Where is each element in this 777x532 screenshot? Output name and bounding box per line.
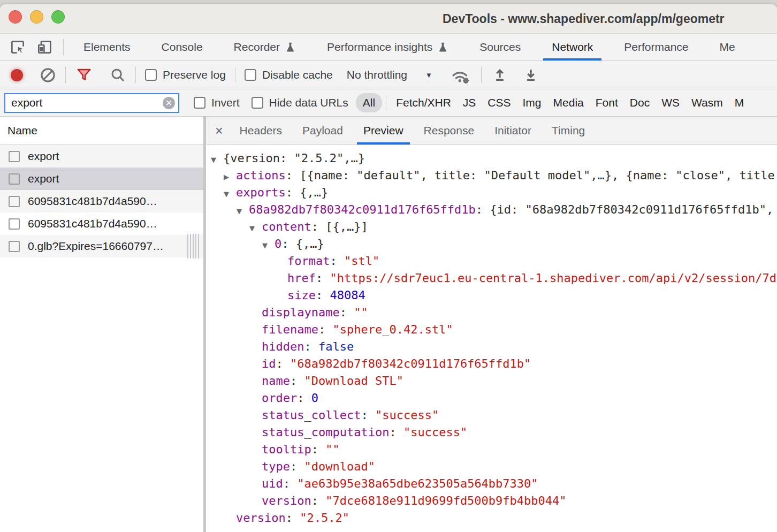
- indent-spacer: [275, 254, 287, 270]
- collapse-icon[interactable]: ▼: [211, 151, 223, 167]
- request-checkbox[interactable]: [9, 151, 20, 162]
- expand-icon[interactable]: ▶: [224, 169, 236, 184]
- clear-icon: [40, 67, 56, 83]
- request-checkbox[interactable]: [9, 196, 20, 207]
- invert-toggle[interactable]: Invert: [194, 96, 240, 109]
- json-row[interactable]: ▼68a982db7f80342c0911d176f65ffd1b: {id: …: [206, 201, 777, 218]
- indent-spacer: [249, 460, 262, 475]
- json-row: order: 0: [206, 390, 777, 407]
- request-checkbox[interactable]: [9, 173, 20, 185]
- json-row: version: "2.5.2": [206, 510, 777, 527]
- tab-sources[interactable]: Sources: [464, 34, 536, 60]
- experiment-flask-icon: [285, 42, 296, 53]
- detail-tab-payload[interactable]: Payload: [292, 117, 353, 145]
- resource-type-label: Media: [553, 96, 584, 109]
- clear-network-log-button[interactable]: [39, 65, 56, 85]
- json-row: tooltip: "": [206, 441, 777, 458]
- resource-type-label: Wasm: [691, 96, 723, 109]
- filter-type-media[interactable]: Media: [547, 93, 590, 112]
- filter-type-js[interactable]: JS: [457, 93, 482, 112]
- collapse-icon[interactable]: ▼: [237, 203, 249, 218]
- tab-network[interactable]: Network: [536, 34, 608, 60]
- tab-me[interactable]: Me: [704, 34, 751, 60]
- json-row: name: "Download STL": [206, 373, 777, 390]
- request-checkbox[interactable]: [9, 218, 20, 230]
- collapse-icon[interactable]: ▼: [249, 220, 262, 235]
- json-str: "": [354, 306, 368, 319]
- json-key: 0: [275, 237, 281, 250]
- close-detail-button[interactable]: ×: [215, 117, 223, 145]
- json-row: size: 48084: [206, 287, 777, 304]
- filter-button[interactable]: [75, 65, 93, 85]
- tab-performance[interactable]: Performance: [608, 34, 704, 60]
- detail-tab-initiator[interactable]: Initiator: [484, 117, 542, 145]
- detail-tab-response[interactable]: Response: [414, 117, 485, 145]
- request-row-0-glb-expires-16660797[interactable]: 0.glb?Expires=16660797…: [0, 235, 203, 257]
- inspect-element-button[interactable]: [6, 37, 29, 57]
- json-plain: :: [316, 288, 330, 302]
- search-button[interactable]: [109, 65, 126, 85]
- disable-cache-toggle[interactable]: Disable cache: [245, 69, 333, 81]
- preserve-log-checkbox[interactable]: [145, 69, 157, 81]
- request-row-6095831c481b7d4a590[interactable]: 6095831c481b7d4a590…: [0, 190, 203, 212]
- tab-recorder[interactable]: Recorder: [218, 34, 311, 60]
- export-har-button[interactable]: [522, 65, 540, 85]
- filter-type-doc[interactable]: Doc: [624, 93, 656, 112]
- zoom-window-button[interactable]: [51, 10, 65, 24]
- close-window-button[interactable]: [9, 10, 22, 24]
- invert-checkbox[interactable]: [194, 97, 205, 109]
- json-str: "": [325, 443, 340, 456]
- json-plain: :: [340, 306, 354, 319]
- collapse-icon[interactable]: ▼: [262, 237, 275, 253]
- tab-elements[interactable]: Elements: [68, 34, 146, 60]
- json-plain: : {,…}: [286, 186, 328, 199]
- request-row-6095831c481b7d4a590[interactable]: 6095831c481b7d4a590…: [0, 212, 203, 235]
- filter-type-m[interactable]: M: [729, 93, 750, 112]
- detail-tab-timing[interactable]: Timing: [542, 117, 595, 145]
- filter-type-fetch-xhr[interactable]: Fetch/XHR: [390, 93, 457, 112]
- request-checkbox[interactable]: [9, 241, 20, 252]
- filter-type-img[interactable]: Img: [517, 93, 547, 112]
- clear-filter-icon[interactable]: ✕: [163, 97, 175, 109]
- json-row[interactable]: ▶actions: [{name: "default", title: "Def…: [206, 167, 777, 184]
- import-har-button[interactable]: [491, 65, 509, 85]
- json-row[interactable]: ▼content: [{,…}]: [206, 218, 777, 235]
- indent-spacer: [249, 443, 262, 458]
- preview-tree: ▼{version: "2.5.2",…}▶actions: [{name: "…: [206, 145, 777, 532]
- json-str: "https://sdr7euc1.eu-central-1.shapedive…: [330, 271, 776, 285]
- json-plain: :: [283, 477, 298, 490]
- collapse-icon[interactable]: ▼: [224, 186, 236, 201]
- network-conditions-button[interactable]: [448, 65, 472, 85]
- name-column-header[interactable]: Name: [0, 117, 203, 145]
- request-row-export[interactable]: export: [0, 145, 203, 168]
- detail-tab-headers[interactable]: Headers: [230, 117, 292, 145]
- filter-type-css[interactable]: CSS: [482, 93, 516, 112]
- json-row[interactable]: ▼0: {,…}: [206, 235, 777, 253]
- filter-type-font[interactable]: Font: [590, 93, 624, 112]
- toggle-device-toolbar-button[interactable]: [33, 37, 56, 57]
- filter-input[interactable]: [11, 96, 163, 109]
- disable-cache-checkbox[interactable]: [245, 69, 256, 81]
- hide-data-urls-checkbox[interactable]: [252, 97, 263, 109]
- json-key: 68a982db7f80342c0911d176f65ffd1b: [249, 203, 476, 216]
- filter-type-ws[interactable]: WS: [656, 93, 685, 112]
- json-row[interactable]: ▼exports: {,…}: [206, 184, 777, 201]
- json-plain: :: [286, 511, 300, 525]
- minimize-window-button[interactable]: [30, 10, 43, 24]
- json-plain: :: [361, 408, 375, 422]
- throttling-select[interactable]: No throttling ▼: [347, 69, 432, 81]
- scrollbar-grip[interactable]: [187, 234, 201, 259]
- hide-data-urls-toggle[interactable]: Hide data URLs: [252, 96, 348, 109]
- filter-type-all[interactable]: All: [356, 93, 382, 112]
- request-row-export[interactable]: export: [0, 168, 203, 190]
- detail-tab-preview[interactable]: Preview: [353, 117, 414, 145]
- record-network-log-button[interactable]: [11, 69, 23, 81]
- filter-type-wasm[interactable]: Wasm: [685, 93, 729, 112]
- download-arrow-icon: [523, 67, 539, 83]
- tab-performance-insights[interactable]: Performance insights: [311, 34, 464, 60]
- tab-console[interactable]: Console: [146, 34, 218, 60]
- json-row[interactable]: ▼{version: "2.5.2",…}: [206, 150, 777, 167]
- preserve-log-toggle[interactable]: Preserve log: [145, 69, 226, 81]
- request-detail-panel: × Headers Payload Preview Response Initi…: [206, 117, 777, 532]
- json-key: status_computation: [262, 425, 389, 439]
